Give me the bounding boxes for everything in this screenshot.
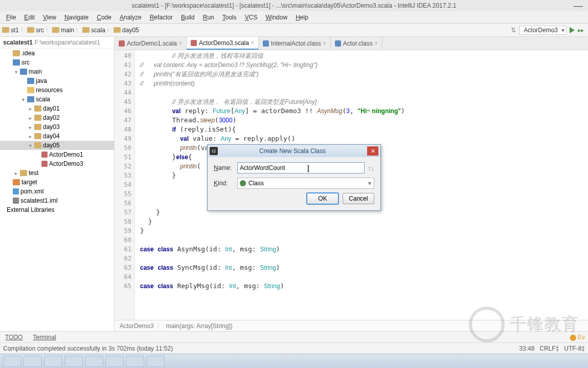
close-tab-icon[interactable]: × bbox=[375, 40, 378, 46]
terminal-tool-tab[interactable]: Terminal bbox=[28, 334, 61, 341]
taskbar-button[interactable] bbox=[24, 356, 42, 367]
dialog-title-bar[interactable]: IJ Create New Scala Class ✕ bbox=[208, 145, 380, 157]
taskbar-button[interactable] bbox=[64, 356, 83, 367]
breadcrumb-item[interactable]: src bbox=[27, 27, 44, 34]
toolbar-icon[interactable]: ⇅ bbox=[511, 27, 516, 34]
tree-node-day01[interactable]: ▸day01 bbox=[0, 104, 114, 113]
taskbar-button[interactable] bbox=[44, 356, 62, 367]
project-name: scalatest1 bbox=[3, 39, 33, 46]
line-separator[interactable]: CRLF‡ bbox=[539, 345, 559, 352]
tree-node-day02[interactable]: ▸day02 bbox=[0, 113, 114, 122]
taskbar-button[interactable] bbox=[126, 356, 144, 367]
menu-vcs[interactable]: VCS bbox=[241, 12, 262, 23]
file-encoding[interactable]: UTF-8‡ bbox=[564, 345, 585, 352]
menu-code[interactable]: Code bbox=[93, 12, 116, 23]
editor-tab[interactable]: ActorDemo3.scala× bbox=[187, 37, 259, 50]
close-tab-icon[interactable]: × bbox=[323, 40, 326, 46]
editor-tab[interactable]: InternalActor.class× bbox=[259, 37, 331, 50]
tree-node-target[interactable]: target bbox=[0, 178, 114, 187]
menu-tools[interactable]: Tools bbox=[218, 12, 241, 23]
menu-bar: FileEditViewNavigateCodeAnalyzeRefactorB… bbox=[0, 11, 588, 24]
class-icon bbox=[240, 180, 246, 186]
menu-window[interactable]: Window bbox=[261, 12, 291, 23]
gutter: 4041424344454647484950515253545556575859… bbox=[115, 50, 135, 320]
close-tab-icon[interactable]: × bbox=[251, 40, 254, 46]
create-class-dialog: IJ Create New Scala Class ✕ Name: ↑↓ Kin… bbox=[207, 144, 381, 211]
tree-node-day03[interactable]: ▸day03 bbox=[0, 122, 114, 132]
todo-tool-tab[interactable]: TODO bbox=[0, 334, 28, 341]
kind-label: Kind: bbox=[214, 180, 237, 187]
status-bar: Compilation completed successfully in 3s… bbox=[0, 342, 588, 354]
editor-tabs: ActorDemo1.scala×ActorDemo3.scala×Intern… bbox=[115, 37, 588, 50]
close-tab-icon[interactable]: × bbox=[179, 40, 182, 46]
menu-view[interactable]: View bbox=[39, 12, 60, 23]
taskbar-button[interactable] bbox=[85, 356, 103, 367]
breadcrumb-item[interactable]: scala bbox=[82, 27, 105, 34]
menu-help[interactable]: Help bbox=[291, 12, 312, 23]
bc-method[interactable]: main(args: Array[String]) bbox=[166, 322, 233, 330]
structure-breadcrumb: ActorDemo3 〉 main(args: Array[String]) bbox=[115, 320, 588, 331]
menu-navigate[interactable]: Navigate bbox=[60, 12, 93, 23]
taskbar-button[interactable] bbox=[146, 356, 165, 367]
kind-selector[interactable]: Class bbox=[237, 178, 374, 189]
tree-node-day04[interactable]: ▸day04 bbox=[0, 132, 114, 141]
menu-file[interactable]: File bbox=[2, 12, 20, 23]
menu-edit[interactable]: Edit bbox=[20, 12, 39, 23]
intellij-icon: IJ bbox=[210, 147, 218, 155]
bottom-tool-bar: TODO Terminal ⬤ Ev bbox=[0, 331, 588, 342]
text-cursor-icon: I bbox=[307, 164, 310, 175]
run-config-selector[interactable]: ActorDemo3 bbox=[519, 26, 567, 35]
window-title-bar: scalatest1 - [F:\workspace\scalatest1] -… bbox=[0, 0, 588, 11]
kind-value: Class bbox=[248, 180, 264, 187]
navigation-bar: st1srcmainscaladay05 ⇅ ActorDemo3 ▸▸ bbox=[0, 24, 588, 37]
caret-position: 33:48 bbox=[519, 345, 534, 352]
event-log-icon[interactable]: ⬤ Ev bbox=[570, 334, 588, 341]
tree-node-pom-xml[interactable]: pom.xml bbox=[0, 187, 114, 196]
breadcrumb-item[interactable]: day05 bbox=[114, 27, 139, 34]
debug-icon[interactable]: ▸▸ bbox=[578, 27, 584, 34]
menu-run[interactable]: Run bbox=[199, 12, 218, 23]
tree-node-test[interactable]: ▸test bbox=[0, 168, 114, 178]
tree-node-day05[interactable]: ▾day05 bbox=[0, 141, 114, 150]
os-taskbar bbox=[0, 354, 588, 368]
editor-tab[interactable]: ActorDemo1.scala× bbox=[115, 37, 187, 50]
name-label: Name: bbox=[214, 164, 237, 171]
sort-toggle-icon[interactable]: ↑↓ bbox=[368, 164, 374, 172]
window-title: scalatest1 - [F:\workspace\scalatest1] -… bbox=[132, 2, 457, 9]
project-path: F:\workspace\scalatest1 bbox=[34, 39, 100, 46]
breadcrumb-item[interactable]: main bbox=[52, 27, 74, 34]
taskbar-button[interactable] bbox=[105, 356, 124, 367]
breadcrumb-item[interactable]: st1 bbox=[2, 27, 19, 34]
status-message: Compilation completed successfully in 3s… bbox=[3, 345, 173, 352]
dialog-title: Create New Scala Class bbox=[218, 147, 367, 155]
tree-node-src[interactable]: src bbox=[0, 58, 114, 67]
run-config-label: ActorDemo3 bbox=[524, 27, 558, 34]
tree-node--idea[interactable]: .idea bbox=[0, 49, 114, 58]
run-icon[interactable] bbox=[570, 27, 575, 33]
breadcrumb: st1srcmainscaladay05 bbox=[0, 26, 139, 34]
tree-node-scala[interactable]: ▾scala bbox=[0, 95, 114, 104]
menu-analyze[interactable]: Analyze bbox=[116, 12, 146, 23]
tree-node-resources[interactable]: resources bbox=[0, 85, 114, 95]
close-icon[interactable]: ✕ bbox=[367, 146, 378, 156]
tree-node-actordemo3[interactable]: ActorDemo3 bbox=[0, 159, 114, 168]
editor-tab[interactable]: Actor.class× bbox=[331, 37, 382, 50]
menu-build[interactable]: Build bbox=[177, 12, 199, 23]
cancel-button[interactable]: Cancel bbox=[343, 193, 374, 204]
tree-node-scalatest1-iml[interactable]: scalatest1.iml bbox=[0, 196, 114, 205]
tree-node-external-libraries[interactable]: External Libraries bbox=[0, 205, 114, 214]
project-tool-window: scalatest1 F:\workspace\scalatest1 .idea… bbox=[0, 37, 115, 331]
ok-button[interactable]: OK bbox=[307, 193, 338, 204]
tree-node-main[interactable]: ▾main bbox=[0, 67, 114, 76]
tree-node-java[interactable]: java bbox=[0, 76, 114, 85]
project-root[interactable]: scalatest1 F:\workspace\scalatest1 bbox=[0, 37, 114, 49]
tree-node-actordemo1[interactable]: ActorDemo1 bbox=[0, 150, 114, 159]
name-input[interactable] bbox=[237, 162, 365, 174]
bc-class[interactable]: ActorDemo3 bbox=[120, 322, 154, 330]
taskbar-button[interactable] bbox=[3, 356, 21, 367]
menu-refactor[interactable]: Refactor bbox=[146, 12, 177, 23]
minimize-icon[interactable]: — bbox=[574, 1, 583, 11]
